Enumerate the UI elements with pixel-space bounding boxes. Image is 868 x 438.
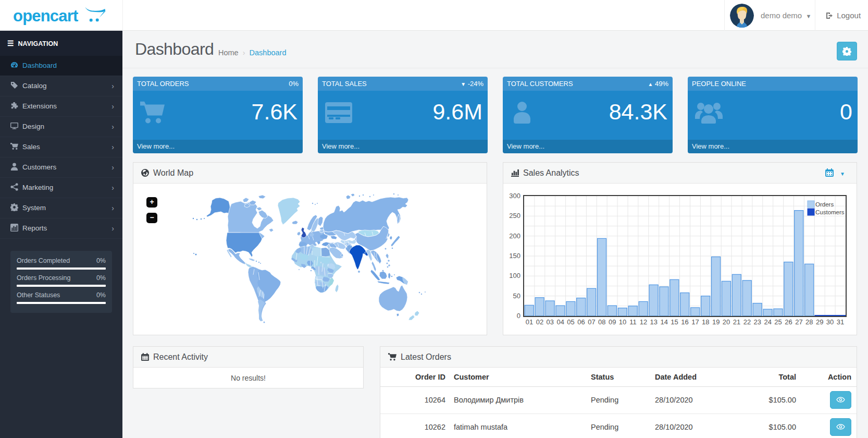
svg-text:01: 01: [526, 318, 533, 326]
svg-text:27: 27: [795, 318, 802, 326]
svg-text:31: 31: [837, 318, 844, 326]
svg-text:150: 150: [509, 252, 520, 260]
svg-text:08: 08: [598, 318, 605, 326]
svg-text:13: 13: [650, 318, 658, 326]
svg-text:100: 100: [509, 272, 520, 279]
svg-text:11: 11: [629, 318, 637, 326]
svg-text:16: 16: [681, 318, 688, 326]
svg-text:10: 10: [619, 318, 626, 326]
svg-text:02: 02: [536, 318, 543, 326]
svg-text:12: 12: [640, 318, 647, 326]
svg-text:24: 24: [764, 318, 771, 326]
svg-text:07: 07: [588, 318, 595, 326]
svg-text:22: 22: [743, 318, 751, 326]
svg-text:200: 200: [509, 232, 520, 240]
svg-text:25: 25: [774, 318, 782, 326]
svg-text:29: 29: [816, 318, 823, 326]
svg-text:30: 30: [826, 318, 834, 326]
svg-text:0: 0: [517, 312, 520, 320]
svg-text:04: 04: [556, 318, 564, 326]
svg-text:50: 50: [513, 292, 520, 300]
svg-text:Orders: Orders: [815, 201, 834, 208]
svg-text:Customers: Customers: [815, 209, 845, 215]
svg-text:17: 17: [691, 318, 699, 326]
svg-text:300: 300: [509, 192, 520, 200]
svg-text:19: 19: [712, 318, 720, 326]
svg-text:21: 21: [733, 318, 740, 326]
svg-text:23: 23: [754, 318, 761, 326]
svg-text:20: 20: [723, 318, 730, 326]
svg-text:06: 06: [577, 318, 585, 326]
svg-text:26: 26: [785, 318, 792, 326]
svg-text:18: 18: [702, 318, 709, 326]
svg-text:05: 05: [567, 318, 574, 326]
svg-text:28: 28: [805, 318, 813, 326]
svg-text:250: 250: [509, 212, 520, 220]
svg-text:03: 03: [547, 318, 554, 326]
svg-text:14: 14: [660, 318, 667, 326]
svg-text:15: 15: [671, 318, 678, 326]
svg-text:opencart: opencart: [13, 7, 78, 25]
svg-text:09: 09: [609, 318, 616, 326]
